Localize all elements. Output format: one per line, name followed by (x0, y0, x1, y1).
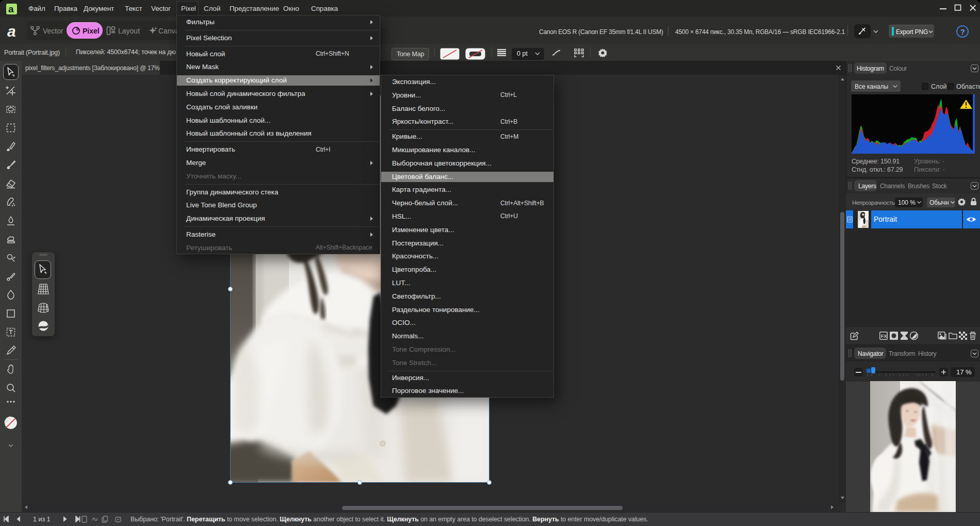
svg-text:a: a (7, 23, 16, 39)
svg-text:FX: FX (881, 334, 887, 339)
svg-text:a: a (8, 4, 14, 14)
